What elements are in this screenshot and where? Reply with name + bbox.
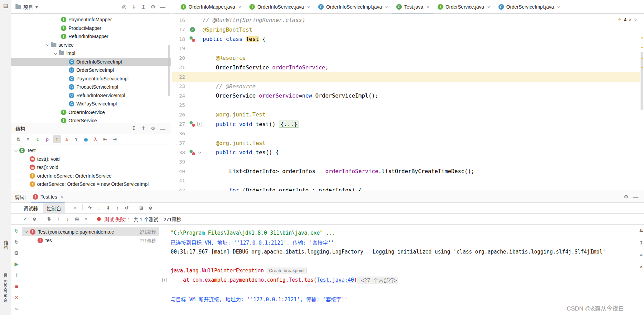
project-tree-item[interactable]: CPaymentInfoServiceImpl (11, 75, 171, 83)
hide-panel-icon[interactable]: ― (159, 124, 167, 133)
structure-tree-item[interactable]: forderInfoService: OrderInfoService (11, 172, 171, 180)
more-icon[interactable]: » (82, 215, 90, 223)
sort-alphabetically-icon[interactable]: ≡ (24, 135, 32, 143)
chevron-down-icon[interactable] (198, 150, 201, 154)
mute-breakpoints-icon[interactable]: ⊘ (13, 294, 20, 301)
tab-console[interactable]: 控制台 (43, 203, 65, 213)
test-tree-item[interactable]: !tes271毫秒 (22, 236, 159, 245)
project-tree-item[interactable]: IProductMapper (11, 24, 171, 33)
editor-tab[interactable]: IOrderService.java× (433, 0, 494, 14)
structure-tree-item[interactable]: mtest(): void (11, 155, 171, 164)
scroll-to-top-icon[interactable]: ↥ (637, 239, 644, 247)
project-view-dropdown-icon[interactable]: ▾ (35, 4, 38, 10)
hidden-icons-chevron[interactable]: » (13, 305, 20, 312)
show-lambdas-icon[interactable]: λ (91, 135, 100, 143)
sort-by-duration-icon[interactable]: ⇅ (45, 215, 53, 223)
locate-file-icon[interactable]: ◎ (120, 3, 128, 11)
hide-panel-icon[interactable]: ― (632, 193, 640, 201)
close-icon[interactable]: × (557, 4, 560, 10)
step-over-icon[interactable]: ↷ (85, 204, 94, 212)
project-tree-item[interactable]: impl (11, 49, 171, 58)
previous-failed-test-icon[interactable]: ↑ (54, 215, 63, 223)
folded-region[interactable]: {...} (279, 121, 299, 128)
test-tree-item[interactable]: !Test (com.example.paymentdemo.c271毫秒 (22, 227, 159, 236)
project-tree-scrollbar[interactable] (168, 45, 170, 96)
project-tree-item[interactable]: CWxPayServiceImpl (11, 100, 171, 108)
warning-stripe-mark[interactable] (641, 67, 643, 68)
show-passed-icon[interactable]: ✓ (21, 215, 30, 223)
autoscroll-to-source-icon[interactable]: ⇤ (101, 135, 109, 143)
show-properties-icon[interactable]: p (43, 135, 52, 143)
structure-tree-item[interactable]: mtes(): void (11, 163, 171, 172)
debug-run-tab[interactable]: ! Test.tes × (29, 191, 67, 203)
filter-icon[interactable]: Y (72, 135, 80, 143)
chevron-down-icon[interactable] (54, 51, 57, 55)
settings-icon[interactable]: ⚙ (149, 124, 157, 133)
console-output[interactable]: "C:\Program Files\Java\jdk1.8.0_311\bin\… (160, 225, 638, 315)
next-problem-icon[interactable]: ∨ (634, 17, 637, 22)
close-icon[interactable]: × (238, 4, 241, 10)
show-fields-icon[interactable]: f (53, 135, 61, 143)
sort-by-visibility-icon[interactable]: ⇅ (14, 135, 23, 143)
project-tree-item[interactable]: service (11, 41, 171, 49)
structure-tree-item[interactable]: forderService: OrderService = new OrderS… (11, 180, 171, 189)
warning-stripe-mark[interactable] (641, 58, 643, 59)
warning-stripe-mark[interactable] (641, 47, 643, 48)
editor-scrollbar[interactable] (640, 14, 644, 191)
project-tree-item[interactable]: IPaymentInfoMapper (11, 15, 171, 24)
run-test-icon[interactable] (190, 36, 195, 42)
project-tree-item[interactable]: COrderServiceImpl (11, 66, 171, 75)
expand-all-icon[interactable]: ↧ (130, 3, 138, 11)
rerun-failed-tests-icon[interactable]: ↻ (13, 238, 20, 246)
pause-icon[interactable]: ‖ (13, 272, 20, 279)
inspections-widget[interactable]: ⚠ 4 ∧ ∨ (616, 16, 638, 23)
navigate-with-single-click-icon[interactable]: ◎ (73, 215, 81, 223)
scrollbar-thumb[interactable] (641, 52, 643, 110)
tab-debugger[interactable]: 调试器 (20, 203, 42, 213)
chevron-down-icon[interactable] (25, 229, 28, 233)
close-icon[interactable]: × (385, 4, 388, 10)
project-tool-button[interactable]: ▤ (0, 3, 11, 9)
collapse-all-icon[interactable]: ↥ (139, 124, 148, 133)
warning-stripe-mark[interactable] (641, 37, 643, 38)
soft-wrap-icon[interactable]: ≡ (637, 251, 644, 259)
unfold-region-icon[interactable]: + (197, 122, 202, 126)
chevron-down-icon[interactable] (46, 43, 50, 46)
drop-frame-icon[interactable]: ↺ (122, 204, 131, 212)
hide-panel-icon[interactable]: ― (159, 3, 167, 11)
project-tree-item[interactable]: IRefundInfoMapper (11, 32, 171, 41)
chevron-down-icon[interactable] (14, 148, 18, 152)
step-out-icon[interactable]: ↑ (113, 204, 122, 212)
editor[interactable]: 16// @RunWith(SpringRunner.class)17✓@Spr… (172, 14, 644, 191)
project-tree-item[interactable]: COrderInfoServiceImpl (11, 58, 171, 66)
close-icon[interactable]: × (60, 194, 63, 200)
structure-tool-button[interactable]: 结构 (0, 240, 11, 249)
settings-icon[interactable]: ⚙ (149, 3, 157, 11)
force-step-into-icon[interactable]: ⇓ (104, 204, 112, 212)
show-anonymous-icon[interactable]: a (62, 135, 71, 143)
editor-tab[interactable]: IOrderInfoService.java× (245, 0, 314, 14)
clear-console-icon[interactable]: × (637, 263, 644, 271)
run-test-icon[interactable] (190, 150, 195, 155)
mute-breakpoints-icon[interactable]: ⊘ (146, 204, 155, 212)
previous-problem-icon[interactable]: ∧ (629, 17, 632, 22)
structure-tree-item[interactable]: CTest (11, 146, 171, 155)
bookmarks-tool-button[interactable]: Bookmarks (0, 273, 11, 302)
close-icon[interactable]: × (487, 4, 490, 10)
fold-stack-trace-icon[interactable]: + (162, 278, 167, 282)
test-settings-icon[interactable]: ⚙ (13, 250, 20, 257)
show-ignored-icon[interactable]: ⊘ (30, 215, 39, 223)
editor-tab[interactable]: IOrderInfoMapper.java× (176, 0, 245, 14)
project-tree-item[interactable]: IOrderService (11, 116, 171, 123)
test-passed-icon[interactable]: ✓ (190, 27, 195, 32)
view-breakpoints-icon[interactable]: ⊞ (137, 204, 146, 212)
editor-tab[interactable]: COrderInfoServiceImpl.java× (314, 0, 392, 14)
collapse-all-icon[interactable]: ↥ (139, 3, 148, 11)
autoscroll-from-source-icon[interactable]: ⇥ (110, 135, 119, 143)
run-test-icon[interactable] (190, 121, 195, 127)
editor-tab[interactable]: CTest.java× (392, 0, 433, 14)
editor-tab[interactable]: COrderServiceImpl.java× (494, 0, 564, 14)
scroll-to-end-icon[interactable]: ⇊ (637, 227, 644, 235)
expand-all-icon[interactable]: ↧ (130, 124, 138, 133)
rerun-icon[interactable]: ↻ (13, 227, 20, 235)
